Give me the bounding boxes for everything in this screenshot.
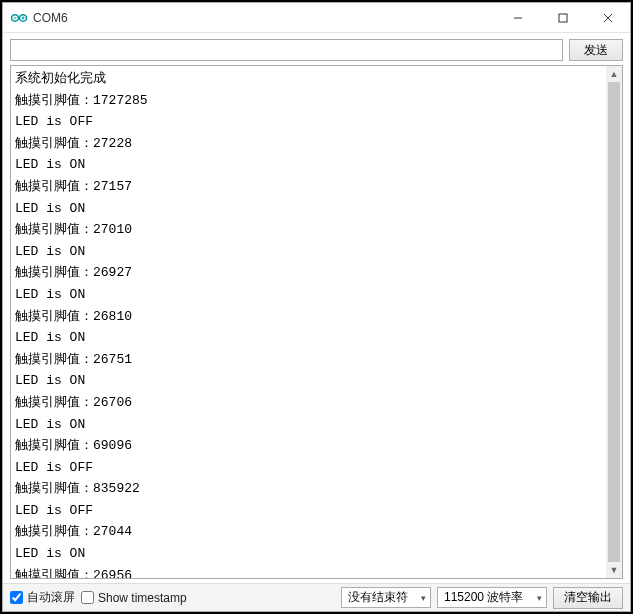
- bottom-bar: 自动滚屏 Show timestamp 没有结束符 ▾ 115200 波特率 ▾…: [3, 583, 630, 611]
- serial-monitor-window: COM6 发送 系统初始化完成 触摸引脚值：1727285 LED is OFF…: [2, 2, 631, 612]
- vertical-scrollbar[interactable]: ▲ ▼: [606, 66, 622, 578]
- close-button[interactable]: [585, 3, 630, 33]
- window-title: COM6: [33, 11, 68, 25]
- minimize-button[interactable]: [495, 3, 540, 33]
- scroll-track[interactable]: [606, 82, 622, 562]
- baud-select[interactable]: 115200 波特率 ▾: [437, 587, 547, 608]
- timestamp-label: Show timestamp: [98, 591, 187, 605]
- arduino-icon: [11, 10, 27, 26]
- svg-rect-6: [559, 14, 567, 22]
- console-pane: 系统初始化完成 触摸引脚值：1727285 LED is OFF 触摸引脚值：2…: [10, 65, 623, 579]
- scroll-down-button[interactable]: ▼: [606, 562, 622, 578]
- chevron-down-icon: ▾: [421, 593, 426, 603]
- autoscroll-checkbox[interactable]: 自动滚屏: [10, 589, 75, 606]
- timestamp-input[interactable]: [81, 591, 94, 604]
- scroll-up-button[interactable]: ▲: [606, 66, 622, 82]
- send-button[interactable]: 发送: [569, 39, 623, 61]
- send-row: 发送: [3, 33, 630, 65]
- maximize-button[interactable]: [540, 3, 585, 33]
- title-bar: COM6: [3, 3, 630, 33]
- scroll-thumb[interactable]: [608, 82, 620, 562]
- send-input[interactable]: [10, 39, 563, 61]
- chevron-down-icon: ▾: [537, 593, 542, 603]
- console-output: 系统初始化完成 触摸引脚值：1727285 LED is OFF 触摸引脚值：2…: [11, 66, 606, 578]
- line-ending-value: 没有结束符: [348, 589, 408, 606]
- baud-value: 115200 波特率: [444, 589, 523, 606]
- autoscroll-input[interactable]: [10, 591, 23, 604]
- clear-output-button[interactable]: 清空输出: [553, 587, 623, 609]
- timestamp-checkbox[interactable]: Show timestamp: [81, 591, 187, 605]
- autoscroll-label: 自动滚屏: [27, 589, 75, 606]
- line-ending-select[interactable]: 没有结束符 ▾: [341, 587, 431, 608]
